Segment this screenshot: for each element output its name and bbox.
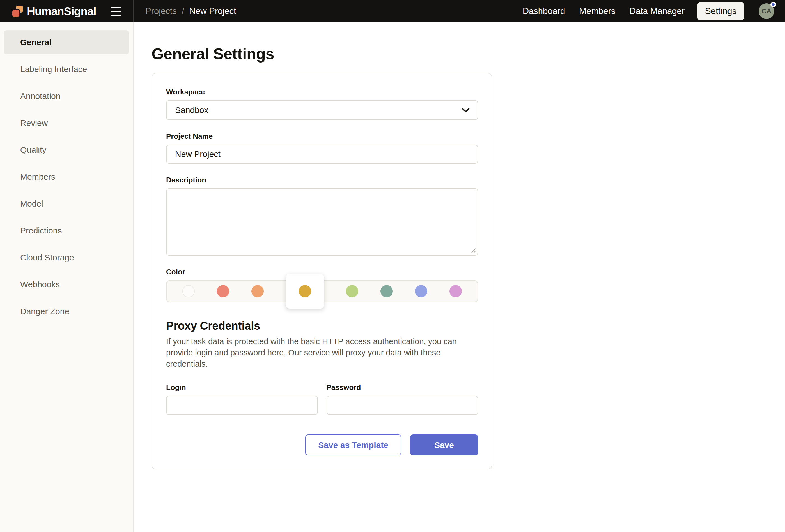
description-field: Description — [166, 176, 478, 256]
humansignal-logo-icon — [12, 6, 23, 17]
breadcrumb-current-page: New Project — [189, 6, 236, 16]
sidebar-item-predictions[interactable]: Predictions — [4, 219, 129, 243]
color-swatch-orchid[interactable] — [450, 285, 462, 297]
sidebar-item-danger-zone[interactable]: Danger Zone — [4, 299, 129, 323]
description-textarea[interactable] — [166, 188, 478, 256]
color-swatch-gold[interactable] — [299, 285, 311, 297]
menu-icon[interactable] — [110, 5, 122, 18]
login-field: Login — [166, 383, 318, 415]
breadcrumb: Projects / New Project — [145, 6, 236, 16]
nav-item-members[interactable]: Members — [579, 6, 615, 16]
password-label: Password — [327, 383, 478, 392]
save-button[interactable]: Save — [410, 434, 478, 455]
brand-name: HumanSignal — [27, 5, 96, 18]
nav-item-data-manager[interactable]: Data Manager — [630, 6, 685, 16]
app-root: HumanSignal Projects / New Project Dashb… — [0, 0, 785, 532]
color-field: Color — [166, 267, 478, 302]
color-swatch-teal[interactable] — [380, 285, 393, 297]
sidebar-item-quality[interactable]: Quality — [4, 138, 129, 162]
nav-item-dashboard[interactable]: Dashboard — [523, 6, 565, 16]
sidebar-item-general[interactable]: General — [4, 30, 129, 54]
color-swatch-green[interactable] — [346, 285, 358, 297]
sidebar-item-review[interactable]: Review — [4, 111, 129, 135]
save-as-template-button[interactable]: Save as Template — [305, 434, 401, 455]
color-swatch-periwinkle[interactable] — [415, 285, 427, 297]
project-name-label: Project Name — [166, 132, 478, 141]
breadcrumb-projects-link[interactable]: Projects — [145, 6, 177, 16]
breadcrumb-separator: / — [182, 6, 184, 16]
color-swatch-white[interactable] — [182, 285, 195, 297]
login-label: Login — [166, 383, 318, 392]
password-input[interactable] — [327, 396, 478, 415]
proxy-credentials-description: If your task data is protected with the … — [166, 336, 478, 369]
workspace-select[interactable]: Sandbox — [166, 100, 478, 120]
color-swatch-row — [166, 280, 478, 302]
form-actions: Save as Template Save — [166, 434, 478, 455]
topbar: HumanSignal Projects / New Project Dashb… — [0, 0, 785, 22]
proxy-credentials-title: Proxy Credentials — [166, 319, 478, 332]
online-status-dot — [770, 2, 776, 7]
project-name-input[interactable] — [166, 144, 478, 164]
nav-item-settings[interactable]: Settings — [698, 2, 744, 21]
login-input[interactable] — [166, 396, 318, 415]
sidebar-item-cloud-storage[interactable]: Cloud Storage — [4, 245, 129, 270]
chevron-down-icon — [462, 108, 470, 113]
top-nav: DashboardMembersData ManagerSettings — [523, 2, 744, 21]
main-content: General Settings Workspace Sandbox Proje… — [133, 22, 785, 532]
sidebar-item-webhooks[interactable]: Webhooks — [4, 272, 129, 297]
password-field: Password — [327, 383, 478, 415]
selected-color-chip[interactable] — [286, 274, 324, 309]
brand-home-link[interactable]: HumanSignal — [12, 5, 96, 18]
sidebar-item-annotation[interactable]: Annotation — [4, 84, 129, 108]
user-avatar[interactable]: CA — [759, 3, 774, 19]
description-label: Description — [166, 176, 478, 184]
sidebar-item-labeling-interface[interactable]: Labeling Interface — [4, 57, 129, 81]
page-title: General Settings — [152, 46, 785, 62]
workspace-selected-value: Sandbox — [175, 105, 208, 115]
color-swatch-salmon[interactable] — [217, 285, 229, 297]
sidebar-item-members[interactable]: Members — [4, 165, 129, 189]
color-swatch-orange[interactable] — [251, 285, 264, 297]
topbar-brand-section: HumanSignal — [0, 0, 133, 22]
sidebar-item-model[interactable]: Model — [4, 192, 129, 216]
project-name-field: Project Name — [166, 132, 478, 164]
settings-sidebar: GeneralLabeling InterfaceAnnotationRevie… — [0, 22, 133, 532]
workspace-field: Workspace Sandbox — [166, 87, 478, 120]
general-settings-card: Workspace Sandbox Project Name Descripti… — [152, 73, 492, 470]
workspace-label: Workspace — [166, 87, 478, 97]
